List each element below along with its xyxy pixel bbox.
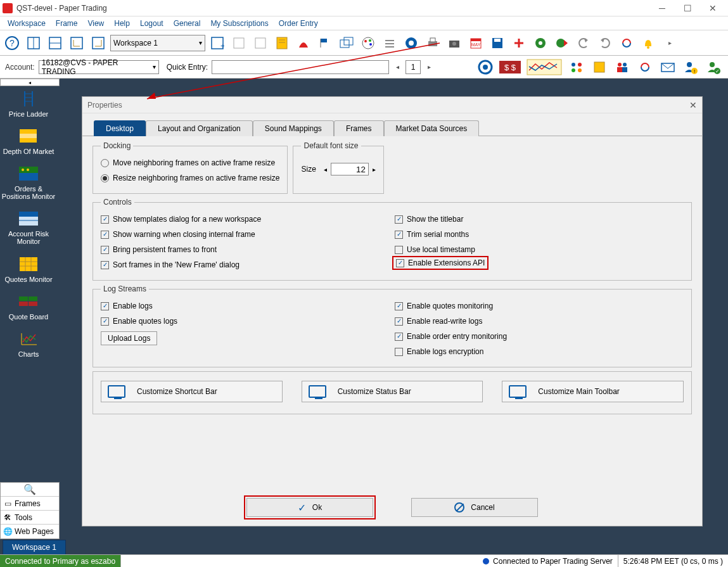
customize-shortcut-button[interactable]: Customize Shortcut Bar <box>101 381 283 402</box>
sidebar-item-quote-board[interactable]: Quote Board <box>0 289 57 326</box>
menu-view[interactable]: View <box>82 18 109 29</box>
users-icon[interactable] <box>613 58 632 77</box>
menu-help[interactable]: Help <box>109 18 135 29</box>
sidebar-item-depth[interactable]: Depth Of Market <box>0 124 57 161</box>
plus-icon[interactable] <box>509 34 528 53</box>
dots-icon[interactable] <box>567 58 586 77</box>
menu-workspace[interactable]: Workspace <box>3 18 51 29</box>
menu-order-entry[interactable]: Order Entry <box>274 18 323 29</box>
workspace-tab-bar: Workspace 1 <box>0 539 728 554</box>
upload-logs-button[interactable]: Upload Logs <box>101 331 157 345</box>
log-right-3[interactable]: Enable logs encryption <box>395 344 684 359</box>
mail-icon[interactable] <box>658 58 677 77</box>
layout-icon[interactable] <box>24 34 43 53</box>
sidebar-item-risk[interactable]: Account Risk Monitor <box>0 206 57 251</box>
sidebar-tools[interactable]: 🛠Tools <box>1 511 59 525</box>
control-left-3[interactable]: Sort frames in the 'New Frame' dialog <box>101 257 390 272</box>
sidebar-item-charts[interactable]: Charts <box>0 326 57 364</box>
gear2-icon[interactable] <box>476 58 495 77</box>
blank2-icon[interactable] <box>251 34 270 53</box>
print-icon[interactable] <box>423 34 442 53</box>
dollar-icon[interactable]: $ $ <box>499 58 521 77</box>
workspace-select[interactable]: Workspace 1▾ <box>110 35 205 51</box>
font-size-input[interactable] <box>331 163 369 175</box>
windows-icon[interactable] <box>337 34 356 53</box>
control-right-1[interactable]: Trim serial months <box>395 227 684 242</box>
sidebar-web[interactable]: 🌐Web Pages <box>1 525 59 538</box>
log-left-1[interactable]: Enable quotes logs <box>101 314 390 329</box>
account-select[interactable]: 16182@CVS - PAPER TRADING▾ <box>39 60 159 74</box>
gear-exit-icon[interactable] <box>552 34 572 53</box>
palette-icon[interactable] <box>359 34 378 53</box>
blank-icon[interactable] <box>229 34 248 53</box>
gear-icon[interactable] <box>402 34 421 53</box>
tab-desktop[interactable]: Desktop <box>94 120 146 136</box>
sidebar-frames[interactable]: ▭Frames <box>1 497 59 511</box>
undo-icon[interactable] <box>574 34 593 53</box>
frame-icon[interactable] <box>590 58 609 77</box>
refresh2-icon[interactable] <box>635 58 655 77</box>
control-left-2[interactable]: Bring persistent frames to front <box>101 242 390 257</box>
quick-entry-input[interactable] <box>212 60 389 74</box>
log-right-2[interactable]: Enable order entry monitoring <box>395 329 684 344</box>
redo-icon[interactable] <box>596 34 615 53</box>
control-right-2[interactable]: Use local timestamp <box>395 242 684 257</box>
tab-layout[interactable]: Layout and Organization <box>146 120 253 136</box>
menu-general[interactable]: General <box>169 18 206 29</box>
more-icon[interactable]: ▸ <box>660 34 679 53</box>
docking-opt2[interactable]: Resize neighboring frames on active fram… <box>101 170 279 186</box>
help-icon[interactable]: ? <box>3 34 22 53</box>
log-left-0[interactable]: Enable logs <box>101 298 390 314</box>
notes-icon[interactable] <box>272 34 291 53</box>
tab-frames[interactable]: Frames <box>334 120 384 136</box>
customize-status-button[interactable]: Customize Status Bar <box>302 381 483 402</box>
page-number[interactable]: 1 <box>406 60 421 74</box>
control-right-3[interactable]: Enable Extensions API <box>392 256 489 270</box>
sidebar-item-quotes[interactable]: Quotes Monitor <box>0 252 57 289</box>
layout4-icon[interactable] <box>89 34 108 53</box>
minimize-button[interactable]: ─ <box>649 1 675 16</box>
flag-icon[interactable] <box>316 34 335 53</box>
menu-frame[interactable]: Frame <box>51 18 83 29</box>
calendar-icon[interactable]: MAY <box>466 34 485 53</box>
docking-opt1[interactable]: Move neighboring frames on active frame … <box>101 155 279 170</box>
gear-green-icon[interactable] <box>531 34 550 53</box>
cancel-button[interactable]: Cancel <box>411 498 538 517</box>
svg-rect-91 <box>19 296 28 301</box>
sidebar-collapse[interactable]: ◂ <box>0 79 60 86</box>
control-left-1[interactable]: Show warning when closing internal frame <box>101 227 390 242</box>
add-layout-icon[interactable]: + <box>208 34 227 53</box>
dialog-close-icon[interactable]: ✕ <box>689 100 697 110</box>
size-decrement[interactable]: ◂ <box>324 166 327 173</box>
tab-sound[interactable]: Sound Mappings <box>253 120 334 136</box>
menu-icon[interactable] <box>380 34 399 53</box>
user-ok-icon[interactable]: ✓ <box>704 58 723 77</box>
refresh-icon[interactable] <box>617 34 636 53</box>
customize-toolbar-button[interactable]: Customize Main Toolbar <box>502 381 684 402</box>
sidebar-item-orders[interactable]: Orders & Positions Monitor <box>0 161 57 206</box>
tab-market-data[interactable]: Market Data Sources <box>384 120 480 136</box>
control-left-0[interactable]: Show templates dialog for a new workspac… <box>101 212 390 227</box>
close-button[interactable]: ✕ <box>700 1 725 16</box>
ok-button[interactable]: ✓Ok <box>246 498 373 517</box>
sidebar-item-price-ladder[interactable]: Price Ladder <box>0 86 57 124</box>
maximize-button[interactable]: ☐ <box>675 1 700 16</box>
layout3-icon[interactable] <box>67 34 86 53</box>
sidebar-search[interactable]: 🔍 <box>1 483 59 497</box>
page-next[interactable]: ▸ <box>425 60 433 74</box>
page-prev[interactable]: ◂ <box>393 60 402 74</box>
chart-icon[interactable] <box>525 58 563 77</box>
control-right-0[interactable]: Show the titlebar <box>395 212 684 227</box>
bell-icon[interactable] <box>639 34 658 53</box>
menu-logout[interactable]: Logout <box>135 18 169 29</box>
user-warn-icon[interactable]: ! <box>681 58 700 77</box>
camera-icon[interactable] <box>445 34 464 53</box>
alert-icon[interactable] <box>294 34 313 53</box>
menu-subscriptions[interactable]: My Subscriptions <box>205 18 273 29</box>
save-icon[interactable] <box>488 34 507 53</box>
log-right-1[interactable]: Enable read-write logs <box>395 314 684 329</box>
size-increment[interactable]: ▸ <box>373 166 376 173</box>
workspace-tab[interactable]: Workspace 1 <box>3 540 66 554</box>
layout2-icon[interactable] <box>46 34 65 53</box>
log-right-0[interactable]: Enable quotes monitoring <box>395 298 684 314</box>
